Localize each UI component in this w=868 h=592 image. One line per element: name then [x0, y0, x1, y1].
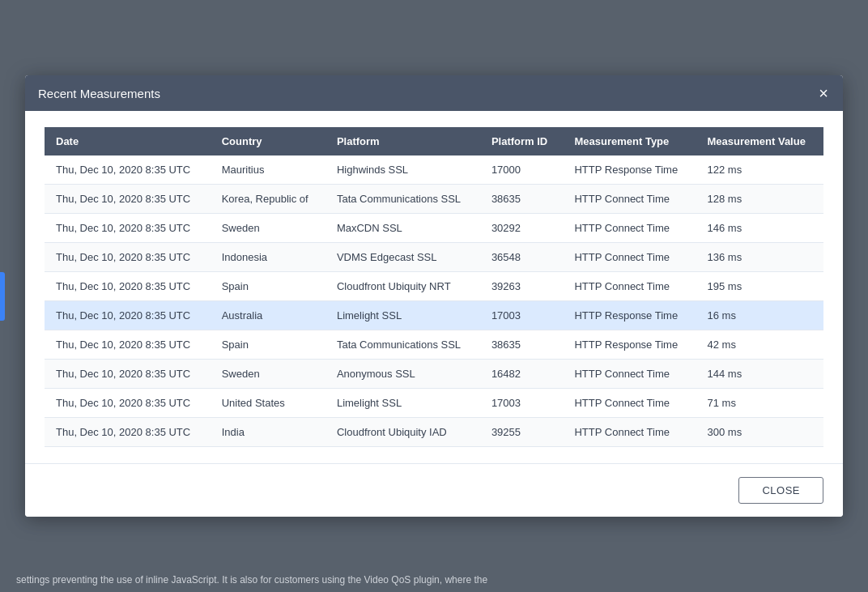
table-row[interactable]: Thu, Dec 10, 2020 8:35 UTCUnited StatesL… [45, 389, 823, 418]
table-cell: Thu, Dec 10, 2020 8:35 UTC [45, 155, 211, 185]
table-cell: 38635 [480, 185, 564, 214]
table-cell: 16 ms [696, 301, 823, 330]
table-cell: 38635 [480, 330, 564, 360]
table-cell: 146 ms [696, 214, 823, 243]
table-head: DateCountryPlatformPlatform IDMeasuremen… [45, 127, 823, 155]
table-cell: 300 ms [696, 418, 823, 447]
table-cell: Thu, Dec 10, 2020 8:35 UTC [45, 243, 211, 272]
table-cell: 136 ms [696, 243, 823, 272]
table-cell: Tata Communications SSL [326, 185, 480, 214]
table-cell: Thu, Dec 10, 2020 8:35 UTC [45, 214, 211, 243]
modal-close-x-button[interactable]: × [817, 85, 830, 101]
table-cell: 36548 [480, 243, 564, 272]
table-cell: HTTP Connect Time [563, 418, 696, 447]
table-header-cell: Measurement Value [696, 127, 823, 155]
table-cell: Thu, Dec 10, 2020 8:35 UTC [45, 272, 211, 301]
table-cell: 195 ms [696, 272, 823, 301]
table-cell: HTTP Connect Time [563, 214, 696, 243]
table-cell: HTTP Connect Time [563, 360, 696, 389]
table-cell: 128 ms [696, 185, 823, 214]
table-cell: United States [211, 389, 326, 418]
table-cell: Mauritius [211, 155, 326, 185]
table-cell: Anonymous SSL [326, 360, 480, 389]
table-cell: Thu, Dec 10, 2020 8:35 UTC [45, 301, 211, 330]
table-row[interactable]: Thu, Dec 10, 2020 8:35 UTCIndonesiaVDMS … [45, 243, 823, 272]
table-row[interactable]: Thu, Dec 10, 2020 8:35 UTCSwedenAnonymou… [45, 360, 823, 389]
table-row[interactable]: Thu, Dec 10, 2020 8:35 UTCAustraliaLimel… [45, 301, 823, 330]
table-cell: HTTP Connect Time [563, 389, 696, 418]
table-cell: 17003 [480, 389, 564, 418]
table-cell: 17003 [480, 301, 564, 330]
modal-title: Recent Measurements [38, 87, 160, 100]
table-cell: Thu, Dec 10, 2020 8:35 UTC [45, 418, 211, 447]
table-cell: Spain [211, 272, 326, 301]
side-accent [0, 272, 5, 321]
table-cell: Thu, Dec 10, 2020 8:35 UTC [45, 185, 211, 214]
table-cell: Limelight SSL [326, 389, 480, 418]
table-cell: Thu, Dec 10, 2020 8:35 UTC [45, 389, 211, 418]
table-cell: HTTP Response Time [563, 301, 696, 330]
table-cell: HTTP Response Time [563, 330, 696, 360]
table-row[interactable]: Thu, Dec 10, 2020 8:35 UTCSpainCloudfron… [45, 272, 823, 301]
table-cell: HTTP Response Time [563, 155, 696, 185]
table-cell: HTTP Connect Time [563, 272, 696, 301]
table-header-cell: Platform [326, 127, 480, 155]
table-row[interactable]: Thu, Dec 10, 2020 8:35 UTCSpainTata Comm… [45, 330, 823, 360]
table-cell: VDMS Edgecast SSL [326, 243, 480, 272]
table-cell: 16482 [480, 360, 564, 389]
table-header-cell: Platform ID [480, 127, 564, 155]
table-cell: 39255 [480, 418, 564, 447]
table-cell: India [211, 418, 326, 447]
table-cell: Tata Communications SSL [326, 330, 480, 360]
table-cell: Korea, Republic of [211, 185, 326, 214]
table-cell: MaxCDN SSL [326, 214, 480, 243]
bottom-text: settings preventing the use of inline Ja… [0, 568, 868, 592]
table-body: Thu, Dec 10, 2020 8:35 UTCMauritiusHighw… [45, 155, 823, 447]
table-header-row: DateCountryPlatformPlatform IDMeasuremen… [45, 127, 823, 155]
table-cell: 144 ms [696, 360, 823, 389]
modal-body: DateCountryPlatformPlatform IDMeasuremen… [25, 111, 843, 463]
table-cell: 122 ms [696, 155, 823, 185]
table-cell: Thu, Dec 10, 2020 8:35 UTC [45, 360, 211, 389]
table-header-cell: Date [45, 127, 211, 155]
table-row[interactable]: Thu, Dec 10, 2020 8:35 UTCMauritiusHighw… [45, 155, 823, 185]
table-cell: Australia [211, 301, 326, 330]
table-cell: 71 ms [696, 389, 823, 418]
table-cell: 30292 [480, 214, 564, 243]
measurements-table: DateCountryPlatformPlatform IDMeasuremen… [45, 127, 823, 447]
table-cell: Cloudfront Ubiquity IAD [326, 418, 480, 447]
modal-header: Recent Measurements × [25, 75, 843, 111]
table-cell: Spain [211, 330, 326, 360]
table-header-cell: Measurement Type [563, 127, 696, 155]
table-header-cell: Country [211, 127, 326, 155]
table-cell: Indonesia [211, 243, 326, 272]
table-cell: HTTP Connect Time [563, 185, 696, 214]
table-row[interactable]: Thu, Dec 10, 2020 8:35 UTCIndiaCloudfron… [45, 418, 823, 447]
modal-footer: CLOSE [25, 463, 843, 517]
table-row[interactable]: Thu, Dec 10, 2020 8:35 UTCKorea, Republi… [45, 185, 823, 214]
table-row[interactable]: Thu, Dec 10, 2020 8:35 UTCSwedenMaxCDN S… [45, 214, 823, 243]
close-button[interactable]: CLOSE [738, 477, 823, 504]
table-cell: 17000 [480, 155, 564, 185]
table-cell: Highwinds SSL [326, 155, 480, 185]
table-cell: Limelight SSL [326, 301, 480, 330]
table-cell: HTTP Connect Time [563, 243, 696, 272]
table-cell: 39263 [480, 272, 564, 301]
table-cell: Sweden [211, 360, 326, 389]
table-cell: Sweden [211, 214, 326, 243]
table-cell: 42 ms [696, 330, 823, 360]
modal-dialog: Recent Measurements × DateCountryPlatfor… [25, 75, 843, 517]
modal-overlay: Recent Measurements × DateCountryPlatfor… [0, 0, 868, 592]
table-cell: Thu, Dec 10, 2020 8:35 UTC [45, 330, 211, 360]
table-cell: Cloudfront Ubiquity NRT [326, 272, 480, 301]
